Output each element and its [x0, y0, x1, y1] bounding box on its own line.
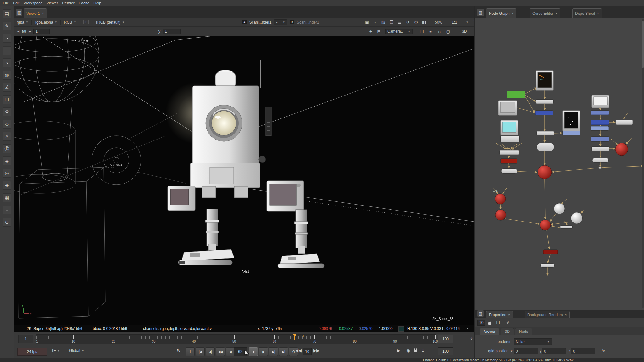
red-bar-1[interactable]: [501, 159, 517, 163]
tab-node-props[interactable]: Node: [515, 328, 532, 335]
image-nodes-icon[interactable]: ▤: [3, 9, 11, 18]
pixel-aspect-button[interactable]: 1:1: [452, 20, 457, 25]
falloff-curve-icon[interactable]: ∩: [436, 29, 443, 34]
camera-select[interactable]: Camera1▼: [385, 29, 413, 34]
3d-nodes-icon[interactable]: ◇: [3, 120, 11, 129]
clear-panels-icon[interactable]: ❒: [494, 320, 501, 325]
particles-nodes-icon[interactable]: ✳: [3, 132, 11, 141]
grid-x-field[interactable]: 0: [514, 348, 538, 354]
other-nodes-icon[interactable]: ▦: [3, 193, 11, 202]
input-b-value[interactable]: Scanl...nder1: [297, 20, 319, 25]
checkerboard-icon[interactable]: ▨: [380, 20, 387, 25]
plugins-icon[interactable]: ⊕: [3, 218, 11, 227]
goto-start-button[interactable]: |◀: [196, 347, 205, 356]
wireframe-pointlight-sphere[interactable]: [14, 36, 99, 181]
grid-z-field[interactable]: 0: [571, 348, 595, 354]
tab-properties[interactable]: Properties ×: [486, 311, 513, 318]
tab-curve-editor[interactable]: Curve Editor ×: [530, 8, 560, 18]
read-node-2[interactable]: [498, 101, 517, 115]
tab-viewer-props[interactable]: Viewer: [480, 328, 499, 335]
light-sphere-1[interactable]: [615, 143, 628, 156]
gamma-field[interactable]: 1: [163, 29, 181, 34]
chevron-down-icon[interactable]: ▼: [466, 327, 469, 330]
timeline-ruler[interactable]: 1102030405060708090100: [36, 334, 436, 344]
gain-field[interactable]: 1: [33, 29, 50, 34]
blue-bar-4[interactable]: [591, 137, 609, 141]
menu-render[interactable]: Render: [62, 1, 74, 5]
cycle-mode-icon[interactable]: ↻: [175, 348, 182, 353]
grade-bar-3[interactable]: [501, 136, 519, 142]
toolsets-icon[interactable]: ✚: [3, 181, 11, 190]
node-graph-panel[interactable]: look: [475, 18, 644, 310]
increment-button[interactable]: ▶▶: [313, 348, 320, 353]
transform-nodes-icon[interactable]: ✥: [3, 107, 11, 116]
constant-node-green[interactable]: [507, 91, 525, 98]
input-a-value[interactable]: Scanl...nder1: [249, 20, 272, 25]
flipbook-icon[interactable]: ↧: [419, 348, 426, 353]
zoom-level-select[interactable]: 50%: [435, 20, 442, 25]
wireframe-shading-icon[interactable]: ≡: [427, 29, 434, 34]
pane-menu-icon[interactable]: ▥: [477, 9, 484, 16]
fps-field[interactable]: 24 fps: [17, 348, 47, 356]
menu-edit[interactable]: Edit: [13, 1, 19, 5]
color-nodes-icon[interactable]: ◑: [3, 58, 11, 67]
read-node-4[interactable]: [501, 120, 518, 135]
filter-nodes-icon[interactable]: ◍: [3, 71, 11, 80]
close-icon[interactable]: ×: [555, 11, 558, 16]
wireframe-cylinder[interactable]: [14, 121, 75, 193]
timeline-filter-select[interactable]: TF▼: [51, 348, 60, 353]
goto-end-button[interactable]: ▶I: [279, 347, 288, 356]
next-aperture-icon[interactable]: ▶: [29, 30, 31, 33]
range-start-field[interactable]: 1: [18, 335, 33, 343]
dot-capsule-1[interactable]: [537, 143, 554, 151]
layer-select[interactable]: rgba▼: [17, 20, 28, 25]
light-sphere-2[interactable]: [495, 194, 506, 204]
aperture-label[interactable]: f/8: [22, 29, 26, 34]
alpha-select[interactable]: rgba.alpha▼: [35, 20, 57, 25]
merge-nodes-icon[interactable]: ❑: [3, 95, 11, 104]
menu-cache[interactable]: Cache: [79, 1, 90, 5]
grade-bar-2[interactable]: [537, 131, 554, 135]
keyer-nodes-icon[interactable]: ∠: [3, 83, 11, 92]
scrollbar[interactable]: [642, 19, 644, 308]
viewer-3d-viewport[interactable]: PointLight Camera Camera3 Axis1 2K_Super…: [14, 36, 474, 325]
channel-nodes-icon[interactable]: ≡: [3, 46, 11, 55]
playback-output-icon[interactable]: ▶: [395, 348, 402, 353]
wipe-icon[interactable]: ❐: [388, 20, 395, 25]
ab-mix-select[interactable]: -▼: [274, 19, 287, 25]
scene-sphere-1[interactable]: [538, 165, 552, 179]
lightblue-bar-1[interactable]: [563, 131, 580, 135]
frame-range-select[interactable]: Global▼: [69, 348, 84, 353]
chevron-down-icon[interactable]: ▼: [466, 21, 469, 24]
blue-bar-2[interactable]: [591, 111, 609, 115]
grade-bar-5[interactable]: [616, 120, 633, 125]
edit-icon[interactable]: ✐: [504, 320, 511, 325]
grade-bar-4[interactable]: [500, 150, 519, 155]
geo-sphere-2[interactable]: [571, 212, 582, 224]
read-node-1[interactable]: [536, 71, 553, 90]
playback-range-end-field[interactable]: 100: [438, 347, 453, 355]
record-icon[interactable]: ◉: [405, 348, 412, 353]
light-sphere-4[interactable]: [540, 220, 551, 230]
draw-nodes-icon[interactable]: ✎: [3, 22, 11, 30]
tab-viewer1[interactable]: Viewer1 ×: [24, 8, 47, 18]
dot-pill-3[interactable]: [541, 264, 554, 267]
max-panels-field[interactable]: 10: [477, 320, 485, 326]
display-channel-select[interactable]: RGB▼: [64, 20, 76, 25]
frame-increment-field[interactable]: 10: [303, 348, 312, 355]
animation-curve-icon[interactable]: ∿: [600, 348, 607, 353]
spotlight-icon[interactable]: ✦: [367, 29, 375, 34]
renderer-select[interactable]: Nuke▼: [514, 338, 552, 345]
geo-sphere-1[interactable]: [554, 203, 565, 214]
read-node-3[interactable]: [563, 111, 580, 131]
menu-file[interactable]: File: [3, 1, 9, 5]
read-node-5[interactable]: [592, 95, 609, 108]
close-icon[interactable]: ×: [508, 313, 510, 317]
input-process-toggle[interactable]: IP: [83, 20, 89, 24]
lock-panels-icon[interactable]: [488, 322, 491, 325]
light-sphere-3[interactable]: [495, 210, 506, 220]
pointlight-dot[interactable]: [75, 40, 76, 41]
prev-aperture-icon[interactable]: ◀: [17, 30, 19, 33]
close-icon[interactable]: ×: [597, 11, 599, 16]
dot-pill-1[interactable]: [501, 169, 517, 173]
